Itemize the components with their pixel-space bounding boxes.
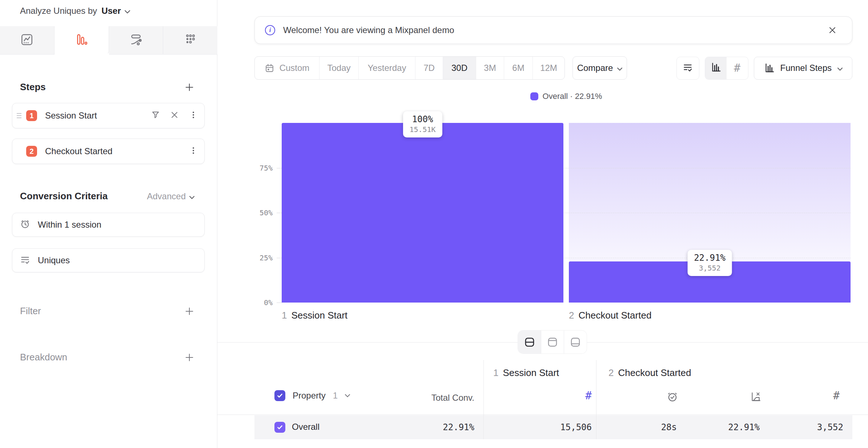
report-main-area: i Welcome! You are viewing a Mixpanel de… [217, 0, 868, 448]
conversion-window-card[interactable]: Within 1 session [12, 213, 205, 237]
demo-banner: i Welcome! You are viewing a Mixpanel de… [254, 16, 852, 44]
flows-icon [129, 33, 143, 48]
breakdown-header: Breakdown [20, 352, 194, 363]
time-to-convert-icon[interactable] [667, 391, 678, 404]
counting-method-value: Uniques [38, 255, 70, 265]
compare-dropdown[interactable]: Compare [572, 56, 627, 80]
banner-close-icon[interactable] [828, 26, 837, 35]
group-number: 2 [608, 367, 614, 379]
percent-bars-toggle[interactable] [705, 57, 727, 79]
column-group-session-start: 1 Session Start [493, 367, 559, 379]
tooltip-percent: 100% [409, 114, 435, 124]
step-row-2[interactable]: 2 Checkout Started [12, 139, 205, 164]
group-name: Session Start [503, 367, 559, 379]
remove-step-icon[interactable] [170, 111, 179, 121]
date-range-custom[interactable]: Custom [255, 57, 319, 79]
funnel-chart: 0% 25% 50% 75% 100% 15.51K 22.91% 3,552 [282, 123, 851, 303]
add-step-button[interactable] [184, 82, 194, 92]
step-options-kebab-icon[interactable] [189, 146, 198, 156]
step-name: Checkout Started [578, 310, 651, 321]
bar-chart-icon [710, 62, 721, 74]
banner-message: Welcome! You are viewing a Mixpanel demo [283, 25, 820, 35]
bar-value-tooltip: 100% 15.51K [403, 111, 442, 137]
column-group-checkout-started: 2 Checkout Started [608, 367, 691, 379]
chart-only-layout-button[interactable] [541, 331, 564, 353]
date-range-today[interactable]: Today [319, 57, 358, 79]
tab-funnels[interactable] [55, 26, 109, 55]
add-breakdown-button[interactable] [184, 352, 194, 363]
funnels-icon [75, 33, 88, 48]
conversion-criteria-title: Conversion Criteria [20, 191, 108, 202]
breakdown-table: 1 Session Start 2 Checkout Started Prope… [217, 360, 868, 440]
chart-legend[interactable]: Overall · 22.91% [282, 92, 851, 101]
step-event-name: Checkout Started [45, 146, 189, 156]
counting-method-card[interactable]: Uniques [12, 248, 205, 272]
analyze-entity-dropdown[interactable]: User [101, 6, 130, 16]
y-axis-tick-label: 25% [240, 253, 273, 262]
date-range-yesterday[interactable]: Yesterday [358, 57, 415, 79]
date-range-label: 12M [540, 63, 557, 73]
date-range-30d-selected[interactable]: 30D [443, 57, 476, 79]
insights-icon [20, 33, 34, 48]
step-options-kebab-icon[interactable] [189, 111, 198, 121]
x-axis-step-label: 1 Session Start [282, 310, 347, 321]
count-metric-icon[interactable]: # [833, 390, 840, 401]
tab-insights[interactable] [0, 26, 55, 55]
query-builder-sidebar: Analyze Uniques by User [0, 0, 217, 448]
list-check-icon [20, 254, 31, 267]
date-range-label: 7D [423, 63, 435, 73]
funnel-steps-label: Funnel Steps [780, 63, 832, 73]
steps-title: Steps [20, 81, 46, 93]
info-icon: i [265, 25, 275, 35]
group-name: Checkout Started [618, 367, 691, 379]
x-axis-step-label: 2 Checkout Started [569, 310, 651, 321]
funnel-bar-session-start[interactable] [282, 123, 563, 303]
filter-funnel-icon[interactable] [151, 111, 160, 121]
table-only-layout-button[interactable] [564, 331, 587, 353]
alarm-clock-icon [20, 219, 31, 231]
add-filter-button[interactable] [184, 306, 194, 316]
conversion-window-value: Within 1 session [38, 220, 101, 230]
row-step1-count: 15,506 [483, 422, 592, 432]
funnel-steps-dropdown[interactable]: Funnel Steps [754, 57, 852, 80]
date-range-7d[interactable]: 7D [415, 57, 443, 79]
row-avg-time: 28s [596, 422, 677, 432]
count-metric-icon[interactable]: # [483, 390, 592, 401]
step-number-badge: 1 [26, 110, 37, 121]
tab-flows[interactable] [109, 26, 164, 55]
bar-chart-icon [764, 63, 775, 73]
drag-handle-icon[interactable] [17, 113, 23, 118]
number-values-toggle[interactable]: # [727, 57, 748, 79]
analyze-uniques-row: Analyze Uniques by User [20, 6, 130, 16]
counting-method-button[interactable] [676, 57, 699, 80]
date-range-6m[interactable]: 6M [504, 57, 533, 79]
chart-controls: # Funnel Steps [676, 56, 852, 80]
analyze-entity-value: User [101, 6, 121, 16]
split-layout-button[interactable] [518, 331, 541, 353]
advanced-dropdown[interactable]: Advanced [147, 191, 194, 201]
advanced-label: Advanced [147, 191, 186, 201]
date-range-label: 30D [451, 63, 467, 73]
tooltip-count: 15.51K [409, 125, 435, 134]
step-row-1[interactable]: 1 Session Start [12, 103, 205, 128]
date-range-3m[interactable]: 3M [476, 57, 504, 79]
bar-value-tooltip: 22.91% 3,552 [687, 250, 732, 276]
date-range-12m[interactable]: 12M [533, 57, 564, 79]
date-range-label: Custom [280, 63, 310, 73]
calendar-icon [265, 63, 274, 73]
conversion-criteria-header: Conversion Criteria Advanced [20, 191, 194, 202]
total-conv-header[interactable]: Total Conv. [217, 393, 474, 403]
chevron-down-icon [125, 6, 130, 16]
date-range-label: 6M [512, 63, 524, 73]
breakdown-title: Breakdown [20, 352, 67, 363]
tooltip-percent: 22.91% [694, 253, 726, 263]
filter-title: Filter [20, 305, 41, 317]
tooltip-count: 3,552 [694, 264, 726, 272]
chevron-down-icon [617, 63, 622, 73]
axis-tick [277, 168, 282, 168]
hash-icon: # [734, 63, 740, 73]
axis-tick [277, 258, 282, 258]
step-number: 2 [569, 310, 574, 321]
tab-retention[interactable] [163, 26, 217, 55]
conversion-rate-icon[interactable] [750, 391, 761, 404]
